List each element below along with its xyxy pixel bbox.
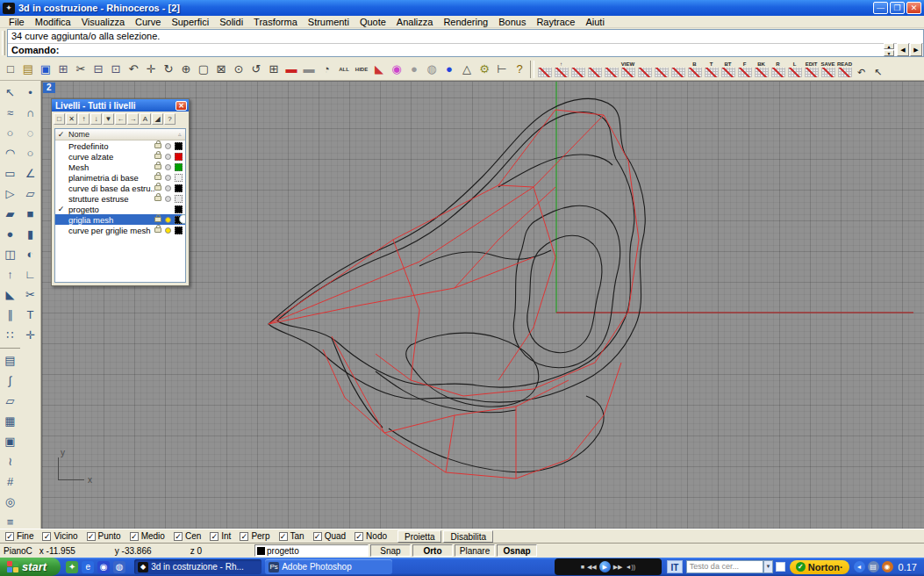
layer-wedge-button[interactable]: ◣ <box>370 60 388 79</box>
menu-trasforma[interactable]: Trasforma <box>248 17 303 27</box>
options-gears-button[interactable]: ⚙ <box>476 60 493 79</box>
layer-color-swatch[interactable] <box>175 142 183 150</box>
layers-help-button[interactable]: ? <box>164 113 175 125</box>
layer-name[interactable]: progetto <box>67 205 154 214</box>
mesh-edit-button[interactable]: EDIT <box>803 60 820 79</box>
bulb-icon[interactable] <box>165 227 171 234</box>
restore-button[interactable]: ❐ <box>890 2 905 14</box>
sort-layers-button[interactable]: ◢ <box>152 113 163 125</box>
mesh-green-line-button[interactable] <box>586 60 603 79</box>
mesh-f-button[interactable]: F <box>736 60 753 79</box>
osnap-medio[interactable]: Medio <box>130 531 165 541</box>
car-grey-button[interactable]: ▬ <box>300 60 318 79</box>
extrude-tool[interactable]: ↑ <box>0 264 20 284</box>
checkbox[interactable] <box>130 532 139 541</box>
mesh-wrench-button[interactable] <box>603 60 620 79</box>
plane-tool[interactable]: ▱ <box>0 391 20 411</box>
cage-tool[interactable]: # <box>0 472 20 492</box>
menu-modifica[interactable]: Modifica <box>30 17 76 27</box>
boolean-tool[interactable]: ◐ <box>20 244 40 264</box>
move-layer-up-button[interactable]: ↑ <box>78 113 90 125</box>
text-tool[interactable]: T <box>20 305 40 325</box>
point-tool[interactable]: • <box>20 83 40 103</box>
checkbox[interactable] <box>42 532 51 541</box>
new-file-button[interactable]: □ <box>2 60 19 79</box>
mesh-read-button[interactable]: READ <box>836 60 853 79</box>
car-red-button[interactable]: ▬ <box>283 60 300 79</box>
filter-layers-button[interactable]: ▼ <box>103 113 114 125</box>
zoom-dynamic-button[interactable]: ⊕ <box>177 60 195 79</box>
name-column-header[interactable]: Nome <box>67 130 178 139</box>
layers-close-icon[interactable]: ✕ <box>175 101 187 111</box>
bulb-icon[interactable] <box>165 164 171 170</box>
planare-toggle[interactable]: Planare <box>455 544 495 557</box>
undo-button[interactable]: ↶ <box>125 60 142 79</box>
minimize-button[interactable]: — <box>873 2 888 14</box>
layer-name[interactable]: curve di base da estru... <box>67 184 154 193</box>
polyline-tool[interactable]: ∠ <box>20 163 40 184</box>
menu-raytrace[interactable]: Raytrace <box>531 17 580 27</box>
menu-solidi[interactable]: Solidi <box>214 17 248 27</box>
checkbox[interactable] <box>313 532 322 541</box>
select-tool[interactable]: ↖ <box>0 83 20 103</box>
split-tool[interactable]: ∥ <box>0 305 20 325</box>
expand-button[interactable]: → <box>127 113 139 125</box>
undo-curve-icon[interactable]: ↶ <box>853 60 870 79</box>
bulb-icon[interactable] <box>165 196 171 202</box>
polygon-tool[interactable]: ▷ <box>0 184 20 204</box>
layer-row[interactable]: ✓ curve per griglie mesh <box>55 225 185 235</box>
disabilita-button[interactable]: Disabilita <box>443 530 493 543</box>
measure-button[interactable]: ⊢ <box>493 60 511 79</box>
mesh-dot-button[interactable] <box>653 60 670 79</box>
ellipse-tool[interactable]: ○ <box>20 143 40 163</box>
rectangle-tool[interactable]: ▭ <box>0 163 20 184</box>
quicklaunch-mediaplayer-icon[interactable]: ◉ <box>97 561 110 573</box>
mesh-dots-button[interactable] <box>670 60 686 79</box>
layer-row[interactable]: ✓ progetto <box>55 204 185 214</box>
menu-file[interactable]: File <box>4 17 30 27</box>
mesh-l-button[interactable]: L <box>786 60 803 79</box>
layer-row[interactable]: ✓ planimetria di base <box>55 172 185 183</box>
viewport-label[interactable]: 2 <box>43 83 55 93</box>
mesh-tool[interactable]: ▦ <box>0 411 20 431</box>
layer-color-swatch[interactable] <box>175 163 183 171</box>
close-button[interactable]: ✕ <box>906 2 921 14</box>
zoom-extents-button[interactable]: ⊠ <box>212 60 230 79</box>
layer-color-swatch[interactable] <box>175 184 183 192</box>
cone-button[interactable]: △ <box>458 60 476 79</box>
zoom-window-button[interactable]: ▢ <box>195 60 212 79</box>
viewport-layout-button[interactable]: ⊞ <box>265 60 283 79</box>
layer-color-swatch[interactable] <box>175 227 183 234</box>
menu-visualizza[interactable]: Visualizza <box>76 17 130 27</box>
snap-toggle[interactable]: Snap <box>370 544 411 557</box>
command-scroll-down-button[interactable]: ▼ <box>884 50 894 56</box>
rename-layer-button[interactable]: A <box>140 113 151 125</box>
new-layer-button[interactable]: □ <box>54 113 65 125</box>
checkbox[interactable] <box>87 532 96 541</box>
circle-tool[interactable]: ○ <box>0 123 20 143</box>
deform-tool[interactable]: ≀ <box>0 451 20 472</box>
tray-hide-icon[interactable]: ◂ <box>854 561 865 572</box>
checkbox[interactable] <box>240 532 248 541</box>
save-button[interactable]: ▣ <box>37 60 54 79</box>
layer-color-swatch[interactable] <box>175 153 183 161</box>
checkbox[interactable] <box>174 532 183 541</box>
wmp-play-button[interactable]: ▶ <box>599 561 611 572</box>
fillet-tool[interactable]: ∟ <box>20 264 40 284</box>
mesh-bk-button[interactable]: BK <box>753 60 770 79</box>
circle-diameter-tool[interactable]: ◌ <box>20 123 40 143</box>
trim-tool[interactable]: ✂ <box>20 284 40 305</box>
osnap-nodo[interactable]: Nodo <box>355 531 387 541</box>
lock-icon[interactable] <box>154 154 161 159</box>
osnap-punto[interactable]: Punto <box>87 531 121 541</box>
lock-icon[interactable] <box>154 185 161 191</box>
select-last-button[interactable]: ◔ <box>318 60 335 79</box>
lock-icon[interactable] <box>154 227 161 233</box>
move-layer-down-button[interactable]: ↓ <box>90 113 102 125</box>
lock-icon[interactable] <box>154 217 161 222</box>
layer-name[interactable]: Predefinito <box>67 141 154 151</box>
mesh-plain-button[interactable] <box>569 60 586 79</box>
extrude-surface-tool[interactable]: ▤ <box>0 350 20 371</box>
layer-name[interactable]: curve per griglie mesh <box>67 226 154 235</box>
box-tool[interactable]: ■ <box>20 204 40 224</box>
